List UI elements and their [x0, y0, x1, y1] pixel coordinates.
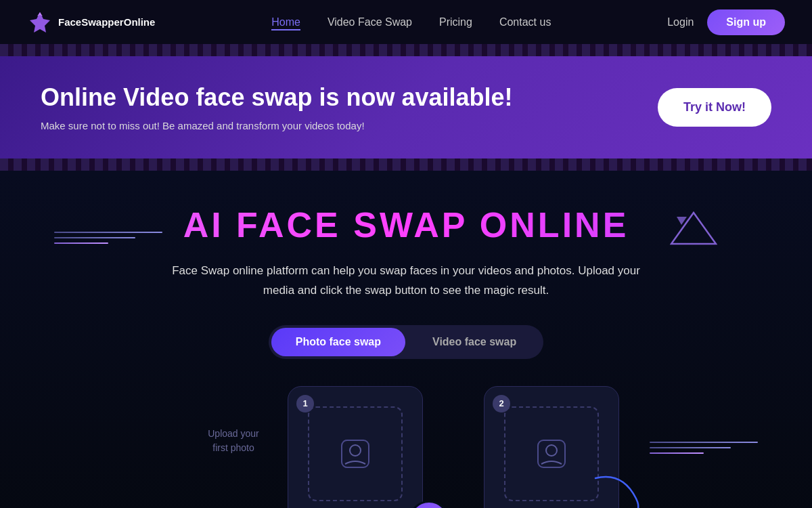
side-label: Upload yourfirst photo [186, 386, 281, 455]
card-1[interactable]: 1 [288, 386, 423, 508]
deco-line-3 [54, 242, 108, 244]
signup-button[interactable]: Sign up [707, 9, 785, 35]
arrow-deco-icon [582, 465, 650, 508]
banner: Online Video face swap is now available!… [0, 56, 812, 158]
tab-group: Photo face swap Video face swap [269, 325, 543, 359]
main-section: AI FACE SWAP ONLINE Face Swap online pla… [0, 171, 812, 508]
tab-photo-face-swap[interactable]: Photo face swap [271, 328, 405, 356]
main-description: Face Swap online platform can help you s… [169, 261, 643, 301]
banner-subtext: Make sure not to miss out! Be amazed and… [41, 120, 513, 131]
tab-container: Photo face swap Video face swap [27, 325, 785, 359]
face-icon-2 [535, 437, 568, 471]
nav-item-pricing[interactable]: Pricing [439, 16, 472, 28]
film-strip-bottom [0, 158, 812, 171]
navigation: FaceSwapperOnline Home Video Face Swap P… [0, 0, 812, 44]
svg-point-3 [350, 445, 361, 456]
nav-item-contact[interactable]: Contact us [499, 16, 551, 28]
deco-line-2 [54, 237, 135, 238]
deco-lines-left [54, 232, 162, 244]
face-icon-1 [338, 437, 372, 471]
nav-link-contact[interactable]: Contact us [499, 16, 551, 28]
nav-right: Login Sign up [667, 9, 785, 35]
nav-link-home[interactable]: Home [271, 16, 300, 30]
nav-item-home[interactable]: Home [271, 16, 300, 28]
swap-icon-container [409, 501, 449, 508]
logo-icon [27, 9, 53, 35]
banner-headline: Online Video face swap is now available! [41, 83, 513, 112]
film-strip-top [0, 44, 812, 56]
card-2-number: 2 [493, 395, 510, 412]
svg-point-5 [546, 445, 557, 456]
banner-text: Online Video face swap is now available!… [41, 83, 513, 131]
nav-item-video-face-swap[interactable]: Video Face Swap [328, 16, 412, 28]
logo-text: FaceSwapperOnline [58, 16, 155, 28]
card-1-number: 1 [296, 395, 314, 412]
nav-link-pricing[interactable]: Pricing [439, 16, 472, 28]
deco-line-1 [54, 232, 162, 233]
tab-video-face-swap[interactable]: Video face swap [408, 328, 541, 356]
triangle-deco [670, 211, 717, 248]
card-1-dashed [308, 406, 403, 501]
logo[interactable]: FaceSwapperOnline [27, 9, 155, 35]
cards-section: Upload yourfirst photo 1 [27, 386, 785, 508]
nav-link-video-face-swap[interactable]: Video Face Swap [328, 16, 412, 28]
login-button[interactable]: Login [667, 16, 694, 28]
swap-circle [409, 501, 449, 508]
nav-links: Home Video Face Swap Pricing Contact us [271, 16, 551, 28]
arrow-deco [582, 465, 650, 508]
try-now-button[interactable]: Try it Now! [658, 88, 771, 127]
